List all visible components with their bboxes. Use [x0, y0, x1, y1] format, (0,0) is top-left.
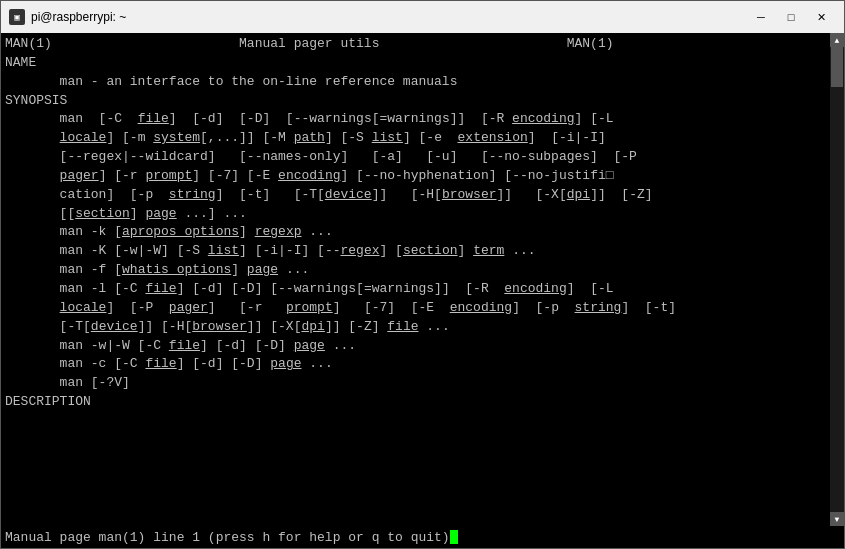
status-bar: Manual page man(1) line 1 (press h for h… — [1, 526, 844, 548]
scrollbar-track — [830, 47, 844, 512]
terminal-content: MAN(1) Manual pager utils MAN(1) NAME ma… — [1, 33, 844, 526]
line-name-desc: man - an interface to the on-line refere… — [5, 73, 840, 92]
line-synopsis3: [--regex|--wildcard] [--names-only] [-a]… — [5, 148, 840, 167]
window-title: pi@raspberrypi: ~ — [31, 10, 126, 24]
line-name-section: NAME — [5, 54, 840, 73]
window: ▣ pi@raspberrypi: ~ ─ □ ✕ MAN(1) Manual … — [0, 0, 845, 549]
line-synopsis14: man -c [-C file] [-d] [-D] page ... — [5, 355, 840, 374]
scrollbar-thumb[interactable] — [831, 47, 843, 87]
line-synopsis2: locale] [-m system[,...]] [-M path] [-S … — [5, 129, 840, 148]
line-synopsis13: man -w|-W [-C file] [-d] [-D] page ... — [5, 337, 840, 356]
cursor — [450, 530, 458, 544]
line-synopsis11: locale] [-P pager] [-r prompt] [-7] [-E … — [5, 299, 840, 318]
app-icon: ▣ — [9, 9, 25, 25]
scrollbar[interactable]: ▲ ▼ — [830, 33, 844, 526]
titlebar-left: ▣ pi@raspberrypi: ~ — [9, 9, 126, 25]
titlebar: ▣ pi@raspberrypi: ~ ─ □ ✕ — [1, 1, 844, 33]
line-synopsis9: man -f [whatis options] page ... — [5, 261, 840, 280]
line-synopsis6: [[section] page ...] ... — [5, 205, 840, 224]
minimize-button[interactable]: ─ — [746, 6, 776, 28]
line-synopsis8: man -K [-w|-W] [-S list] [-i|-I] [--rege… — [5, 242, 840, 261]
line-synopsis-section: SYNOPSIS — [5, 92, 840, 111]
scrollbar-up-button[interactable]: ▲ — [830, 33, 844, 47]
terminal: MAN(1) Manual pager utils MAN(1) NAME ma… — [1, 33, 844, 526]
line-man-header: MAN(1) Manual pager utils MAN(1) — [5, 35, 840, 54]
line-description-section: DESCRIPTION — [5, 393, 840, 412]
line-synopsis10: man -l [-C file] [-d] [-D] [--warnings[=… — [5, 280, 840, 299]
status-text: Manual page man(1) line 1 (press h for h… — [5, 530, 450, 545]
line-synopsis12: [-T[device]] [-H[browser]] [-X[dpi]] [-Z… — [5, 318, 840, 337]
maximize-button[interactable]: □ — [776, 6, 806, 28]
titlebar-buttons: ─ □ ✕ — [746, 6, 836, 28]
line-synopsis1: man [-C file] [-d] [-D] [--warnings[=war… — [5, 110, 840, 129]
line-synopsis5: cation] [-p string] [-t] [-T[device]] [-… — [5, 186, 840, 205]
scrollbar-down-button[interactable]: ▼ — [830, 512, 844, 526]
close-button[interactable]: ✕ — [806, 6, 836, 28]
line-synopsis7: man -k [apropos options] regexp ... — [5, 223, 840, 242]
line-synopsis4: pager] [-r prompt] [-7] [-E encoding] [-… — [5, 167, 840, 186]
line-synopsis15: man [-?V] — [5, 374, 840, 393]
